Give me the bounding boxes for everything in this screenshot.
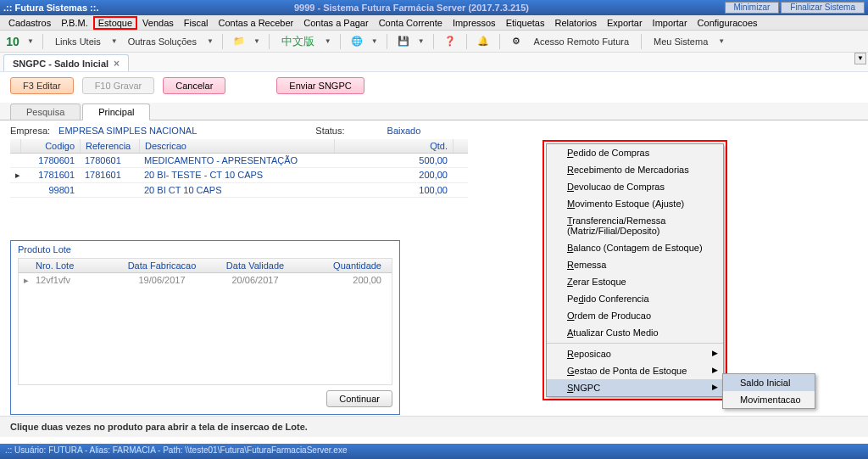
menu-item-balanco-contagem-de-estoque-[interactable]: Balanco (Contagem de Estoque) [547, 239, 723, 256]
separator [269, 34, 270, 49]
toolbar: 10▼ Links Uteis▼ Outras Soluções▼ 📁▼ 中文版… [0, 31, 868, 53]
acesso-remoto[interactable]: Acesso Remoto Futura [531, 36, 633, 47]
menu-cadastros[interactable]: Cadastros [3, 16, 56, 30]
menu-estoque[interactable]: Estoque [93, 16, 137, 30]
menu-item-gestao-de-ponta-de-estoque[interactable]: Gestao de Ponta de Estoque▶ [547, 362, 723, 379]
separator [499, 34, 500, 49]
outras-solucoes[interactable]: Outras Soluções [125, 36, 200, 47]
meu-sistema[interactable]: Meu Sistema [650, 36, 711, 47]
save-button[interactable]: F10 Gravar [82, 77, 155, 94]
col-data-fab[interactable]: Data Fabricacao [115, 259, 209, 272]
col-qtd[interactable]: Qtd. [335, 139, 453, 153]
menu-item-devolucao-de-compras[interactable]: Devolucao de Compras [547, 178, 723, 195]
lote-row[interactable]: ▸ 12vf1vfv 19/06/2017 20/06/2017 200,00 [19, 273, 392, 288]
document-tabs: SNGPC - Saldo Inicial × [0, 53, 868, 71]
table-row[interactable]: 1780601 1780601 MEDICAMENTO - APRESENTAÇ… [10, 154, 468, 168]
menu-item-zerar-estoque[interactable]: Zerar Estoque [547, 273, 723, 290]
col-data-val[interactable]: Data Validade [209, 259, 302, 272]
sngpc-submenu: Saldo InicialMovimentacao [722, 373, 815, 409]
dropdown-icon[interactable]: ▼ [718, 37, 725, 45]
subtab-pesquisa[interactable]: Pesquisa [10, 104, 81, 120]
menu-item-ordem-de-producao[interactable]: Ordem de Producao [547, 307, 723, 324]
action-bar: F3 Editar F10 Gravar Cancelar Enviar SNG… [0, 71, 868, 99]
minimize-button[interactable]: Minimizar [725, 2, 780, 14]
menu-item-reposicao[interactable]: Reposicao▶ [547, 343, 723, 362]
menu-importar[interactable]: Importar [648, 16, 693, 30]
separator [433, 34, 434, 49]
subtab-principal[interactable]: Principal [82, 104, 150, 120]
help-icon[interactable]: ❓ [442, 34, 458, 49]
menu-item-sngpc[interactable]: SNGPC▶ [547, 379, 723, 396]
links-uteis[interactable]: Links Uteis [52, 36, 104, 47]
main-menubar: Cadastros P.B.M. Estoque Vendas Fiscal C… [0, 15, 868, 31]
dropdown-icon[interactable]: ▼ [207, 37, 214, 45]
dropdown-icon[interactable]: ▼ [325, 37, 331, 45]
separator [466, 34, 467, 49]
separator [222, 34, 223, 49]
dropdown-icon[interactable]: ▼ [27, 37, 34, 45]
col-referencia[interactable]: Referencia [81, 139, 140, 153]
globe-icon[interactable]: 🌐 [349, 34, 364, 49]
continuar-button[interactable]: Continuar [326, 390, 392, 407]
warning-icon[interactable]: 🔔 [476, 34, 491, 49]
window-subtitle: 9999 - Sistema Futura Farmácia Server (2… [98, 3, 724, 13]
menu-item-pedido-conferencia[interactable]: Pedido Conferencia [547, 290, 723, 307]
menu-contas-receber[interactable]: Contas a Receber [214, 16, 299, 30]
separator [387, 34, 387, 49]
menu-item-movimento-estoque-ajuste-[interactable]: Movimento Estoque (Ajuste) [547, 195, 723, 212]
col-nro-lote[interactable]: Nro. Lote [31, 259, 115, 272]
menu-item-remessa[interactable]: Remessa [547, 256, 723, 273]
menu-item-transferencia-remessa-matriz-filial-deposito-[interactable]: Transferencia/Remessa (Matriz/Filial/Dep… [547, 212, 723, 239]
menu-fiscal[interactable]: Fiscal [179, 16, 214, 30]
dropdown-icon[interactable]: ▼ [253, 37, 260, 45]
menu-item-recebimento-de-mercadorias[interactable]: Recebimento de Mercadorias [547, 161, 723, 178]
send-sngpc-button[interactable]: Enviar SNGPC [276, 77, 364, 94]
menu-contas-pagar[interactable]: Contas a Pagar [298, 16, 373, 30]
menu-etiquetas[interactable]: Etiquetas [501, 16, 550, 30]
lote-title: Produto Lote [18, 244, 392, 255]
window-buttons: Minimizar Finalizar Sistema [725, 2, 865, 14]
ten-icon[interactable]: 10 [5, 34, 20, 49]
status-bar: .:: Usuário: FUTURA - Alias: FARMACIA - … [0, 444, 868, 459]
folder-icon[interactable]: 📁 [231, 34, 247, 49]
menu-item-atualizar-custo-medio[interactable]: Atualizar Custo Medio [547, 324, 723, 341]
separator [42, 34, 43, 49]
separator [641, 34, 642, 49]
estoque-menu-highlight: Pedido de ComprasRecebimento de Mercador… [542, 140, 727, 400]
submenu-item-saldo-inicial[interactable]: Saldo Inicial [723, 374, 815, 391]
tab-sngpc-saldo[interactable]: SNGPC - Saldo Inicial × [3, 54, 129, 71]
submenu-arrow-icon: ▶ [712, 366, 718, 374]
chinese-link[interactable]: 中文版 [278, 34, 318, 49]
save-icon[interactable]: 💾 [396, 34, 411, 49]
lote-grid: Nro. Lote Data Fabricacao Data Validade … [18, 258, 392, 385]
cancel-button[interactable]: Cancelar [163, 77, 225, 94]
menu-conta-corrente[interactable]: Conta Corrente [374, 16, 448, 30]
app-title: .:: Futura Sistemas ::. [3, 3, 98, 13]
dropdown-icon[interactable]: ▼ [111, 37, 118, 45]
col-descricao[interactable]: Descricao [140, 139, 335, 153]
menu-impressos[interactable]: Impressos [448, 16, 501, 30]
menu-relatorios[interactable]: Relatorios [550, 16, 603, 30]
col-quantidade[interactable]: Quantidade [302, 259, 387, 272]
submenu-arrow-icon: ▶ [712, 349, 718, 357]
menu-exportar[interactable]: Exportar [602, 16, 648, 30]
empresa-label: Empresa: [10, 126, 50, 136]
dropdown-icon[interactable]: ▼ [371, 37, 378, 45]
sub-tabs: Pesquisa Principal [0, 103, 868, 120]
menu-item-pedido-de-compras[interactable]: Pedido de Compras [547, 144, 723, 161]
tabs-overflow-icon[interactable]: ▼ [854, 53, 866, 64]
settings-icon[interactable]: ⚙ [509, 34, 524, 49]
table-row[interactable]: 99801 20 BI CT 10 CAPS 100,00 [10, 183, 468, 198]
tab-close-icon[interactable]: × [114, 58, 120, 70]
menu-configuracoes[interactable]: Configuracoes [693, 16, 763, 30]
edit-button[interactable]: F3 Editar [10, 77, 74, 94]
col-codigo[interactable]: Codigo [21, 139, 81, 153]
produto-lote-panel: Produto Lote Nro. Lote Data Fabricacao D… [10, 240, 400, 415]
dropdown-icon[interactable]: ▼ [418, 37, 425, 45]
close-button[interactable]: Finalizar Sistema [781, 2, 865, 14]
menu-pbm[interactable]: P.B.M. [56, 16, 93, 30]
submenu-item-movimentacao[interactable]: Movimentacao [723, 391, 815, 408]
menu-vendas[interactable]: Vendas [137, 16, 179, 30]
estoque-context-menu: Pedido de ComprasRecebimento de Mercador… [546, 143, 724, 397]
table-row[interactable]: ▸ 1781601 1781601 20 BI- TESTE - CT 10 C… [10, 168, 468, 183]
